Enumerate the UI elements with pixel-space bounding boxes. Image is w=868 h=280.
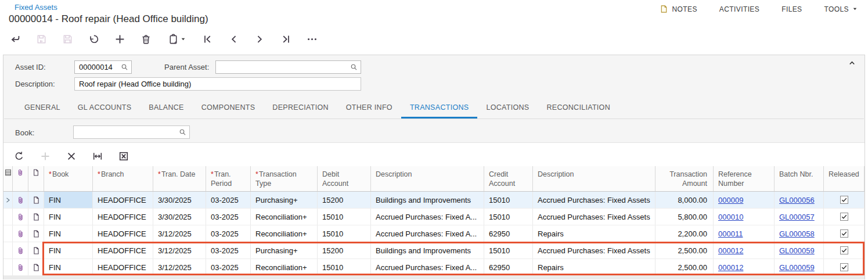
file-icon[interactable] <box>32 246 41 255</box>
cell-credit_account[interactable]: 62950 <box>484 225 533 242</box>
paperclip-icon[interactable] <box>16 213 25 221</box>
menu-item-files[interactable]: FILES <box>781 5 802 13</box>
cell-credit_description[interactable]: Accrued Purchases: Fixed Assets <box>533 242 655 259</box>
tab-reconciliation[interactable]: RECONCILIATION <box>538 99 619 119</box>
cell-released[interactable] <box>824 225 865 242</box>
released-checkbox[interactable] <box>840 196 848 204</box>
cell-debit_account[interactable]: 15200 <box>318 242 371 259</box>
cell-sel[interactable] <box>3 209 13 225</box>
cell-note[interactable] <box>28 209 44 225</box>
parent-asset-input[interactable] <box>216 63 349 71</box>
collapse-panel-button[interactable] <box>848 59 856 67</box>
tab-balance[interactable]: BALANCE <box>140 99 192 119</box>
book-input[interactable] <box>74 128 178 137</box>
table-row[interactable]: FINHEADOFFICE3/12/202503-2025Purchasing+… <box>3 242 865 259</box>
cell-transaction_amount[interactable]: 2,500.00 <box>655 259 714 275</box>
cell-released[interactable] <box>824 192 865 208</box>
cell-tran_date[interactable]: 3/30/2025 <box>153 192 206 208</box>
cell-branch[interactable]: HEADOFFICE <box>93 259 153 275</box>
cell-sel[interactable] <box>3 225 13 242</box>
column-header-clip[interactable] <box>13 166 28 191</box>
released-checkbox[interactable] <box>840 213 848 221</box>
cell-tran_period[interactable]: 03-2025 <box>206 225 251 242</box>
cell-credit_description[interactable]: Accrued Purchases: Fixed Assets <box>533 209 655 225</box>
description-input[interactable] <box>75 80 361 88</box>
cell-transaction_amount[interactable]: 2,200.00 <box>655 225 714 242</box>
previous-record-button[interactable] <box>223 29 244 49</box>
cell-debit_account[interactable]: 15010 <box>318 209 371 225</box>
cell-book[interactable]: FIN <box>44 242 93 259</box>
batch_nbr-link[interactable]: GL000059 <box>779 263 815 272</box>
cell-credit_account[interactable]: 15010 <box>484 192 533 208</box>
tab-components[interactable]: COMPONENTS <box>193 99 264 119</box>
released-checkbox[interactable] <box>840 246 848 254</box>
column-header-tran_date[interactable]: *Tran. Date <box>153 166 206 191</box>
undo-button[interactable] <box>83 29 104 49</box>
table-row[interactable]: FINHEADOFFICE3/30/202503-2025Purchasing+… <box>3 192 865 209</box>
book-lookup-icon[interactable] <box>178 128 189 136</box>
batch_nbr-link[interactable]: GL000056 <box>779 196 815 204</box>
cell-note[interactable] <box>28 242 44 259</box>
cell-book[interactable]: FIN <box>44 192 93 208</box>
cell-transaction_type[interactable]: Reconciliation+ <box>251 259 318 275</box>
cell-debit_description[interactable]: Buildings and Improvements <box>371 192 484 208</box>
asset-id-input[interactable] <box>75 63 120 71</box>
cell-tran_date[interactable]: 3/12/2025 <box>153 242 206 259</box>
paperclip-icon[interactable] <box>16 196 25 204</box>
table-row[interactable]: FINHEADOFFICE3/12/202503-2025Reconciliat… <box>3 225 865 242</box>
cell-tran_period[interactable]: 03-2025 <box>206 259 251 275</box>
cell-sel[interactable] <box>3 242 13 259</box>
cell-note[interactable] <box>28 192 44 208</box>
file-icon[interactable] <box>32 263 41 272</box>
tab-locations[interactable]: LOCATIONS <box>477 99 538 119</box>
cell-debit_account[interactable]: 15010 <box>318 225 371 242</box>
export-to-excel-button[interactable] <box>114 148 134 165</box>
cell-debit_account[interactable]: 15200 <box>318 192 371 208</box>
paperclip-icon[interactable] <box>16 263 25 272</box>
cell-reference_number[interactable]: 000012 <box>714 259 775 275</box>
delete-row-button[interactable] <box>62 148 81 165</box>
cell-tran_date[interactable]: 3/12/2025 <box>153 225 206 242</box>
cell-branch[interactable]: HEADOFFICE <box>93 192 153 208</box>
cell-tran_date[interactable]: 3/12/2025 <box>153 259 206 275</box>
cell-reference_number[interactable]: 000012 <box>714 242 775 259</box>
cell-clip[interactable] <box>13 192 28 208</box>
cell-note[interactable] <box>28 259 44 275</box>
cell-debit_description[interactable]: Buildings and Improvements <box>371 242 484 259</box>
cell-transaction_type[interactable]: Reconciliation+ <box>251 225 318 242</box>
column-header-transaction_type[interactable]: *Transaction Type <box>251 166 318 191</box>
breadcrumb[interactable]: Fixed Assets <box>15 3 57 12</box>
column-header-credit_account[interactable]: Credit Account <box>484 166 533 191</box>
cell-debit_description[interactable]: Accrued Purchases: Fixed A... <box>371 225 484 242</box>
cell-branch[interactable]: HEADOFFICE <box>93 242 153 259</box>
tab-other-info[interactable]: OTHER INFO <box>337 99 401 119</box>
cell-transaction_type[interactable]: Reconciliation+ <box>251 209 318 225</box>
cell-batch_nbr[interactable]: GL000057 <box>775 209 824 225</box>
paperclip-icon[interactable] <box>16 229 25 238</box>
paperclip-icon[interactable] <box>16 246 25 255</box>
parent-asset-lookup-icon[interactable] <box>349 63 361 71</box>
table-row[interactable]: FINHEADOFFICE3/30/202503-2025Reconciliat… <box>3 209 865 225</box>
column-header-debit_account[interactable]: Debit Account <box>318 166 371 191</box>
cell-clip[interactable] <box>13 225 28 242</box>
cell-credit_account[interactable]: 62950 <box>484 259 533 275</box>
first-record-button[interactable] <box>197 29 218 49</box>
cell-credit_account[interactable]: 15010 <box>484 242 533 259</box>
reference_number-link[interactable]: 000012 <box>718 263 743 272</box>
column-header-debit_description[interactable]: Description <box>371 166 484 191</box>
batch_nbr-link[interactable]: GL000059 <box>779 246 815 255</box>
cell-credit_description[interactable]: Repairs <box>533 225 655 242</box>
menu-item-activities[interactable]: ACTIVITIES <box>719 5 759 13</box>
table-row[interactable]: FINHEADOFFICE3/12/202503-2025Reconciliat… <box>3 259 865 276</box>
column-header-batch_nbr[interactable]: Batch Nbr. <box>775 166 824 191</box>
cell-batch_nbr[interactable]: GL000058 <box>775 225 824 242</box>
column-header-reference_number[interactable]: Reference Number <box>714 166 775 191</box>
tab-depreciation[interactable]: DEPRECIATION <box>264 99 337 119</box>
column-header-branch[interactable]: *Branch <box>93 166 153 191</box>
cell-book[interactable]: FIN <box>44 209 93 225</box>
tab-gl-accounts[interactable]: GL ACCOUNTS <box>69 99 140 119</box>
released-checkbox[interactable] <box>840 263 848 271</box>
reference_number-link[interactable]: 000012 <box>718 246 743 255</box>
cell-reference_number[interactable]: 000010 <box>714 209 775 225</box>
cell-tran_period[interactable]: 03-2025 <box>206 192 251 208</box>
